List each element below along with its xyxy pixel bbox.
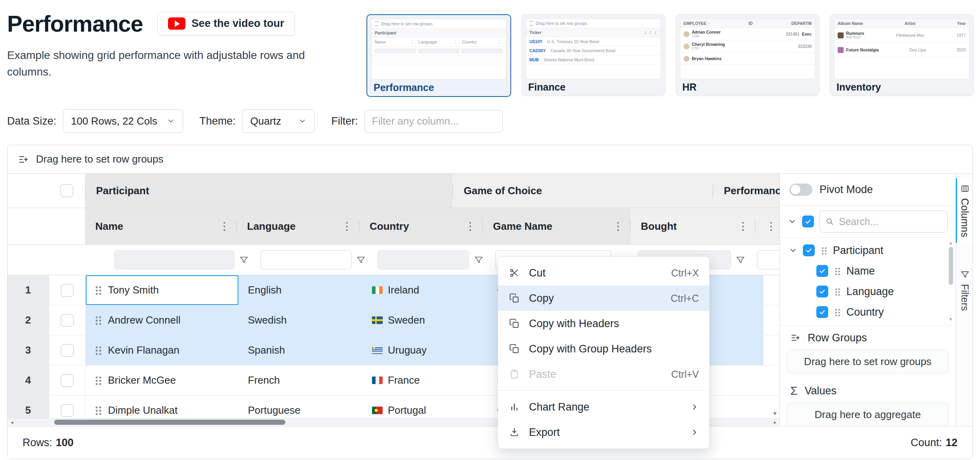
drag-handle-icon[interactable] xyxy=(834,267,840,275)
filter-input-balance[interactable] xyxy=(757,250,780,269)
funnel-icon[interactable] xyxy=(474,255,483,265)
cell-country[interactable]: France xyxy=(363,365,487,395)
header-bank-balance[interactable]: ⋮Bank Balance xyxy=(755,208,780,244)
drag-handle-icon[interactable] xyxy=(94,285,102,295)
header-bought[interactable]: Bought⋮ xyxy=(631,208,755,244)
group-header-participant[interactable]: Participant xyxy=(85,174,453,208)
row-group-dropzone[interactable]: Drag here to set row groups xyxy=(8,145,972,174)
tree-item-participant[interactable]: Participant xyxy=(780,240,955,261)
expand-all-chevron-icon[interactable] xyxy=(788,217,797,226)
checkbox-name[interactable] xyxy=(816,265,828,277)
checkbox-participant[interactable] xyxy=(803,244,815,256)
drag-handle-icon[interactable] xyxy=(94,345,102,355)
row-checkbox[interactable] xyxy=(61,344,74,357)
scroll-up-arrow[interactable]: ▲ xyxy=(949,241,953,245)
demo-card-inventory[interactable]: Album Name Artist Year RumoursSoft Rock … xyxy=(830,14,974,96)
cell-balance[interactable]: $12,7 xyxy=(763,305,780,335)
menu-item-paste[interactable]: Paste Ctrl+V xyxy=(498,362,709,387)
menu-item-export[interactable]: Export xyxy=(498,420,709,445)
mini-group-header: Participant xyxy=(375,30,396,35)
column-search-input[interactable] xyxy=(838,216,942,228)
row-checkbox[interactable] xyxy=(61,284,74,297)
scroll-right-arrow[interactable]: ▸ xyxy=(774,419,776,425)
header-game-name[interactable]: Game Name⋮ xyxy=(483,208,631,244)
cell-balance[interactable]: $2,3 xyxy=(763,275,780,305)
drag-handle-icon[interactable] xyxy=(821,246,827,254)
mini-ticker: MUB xyxy=(529,57,539,62)
filter-input[interactable] xyxy=(364,110,503,133)
funnel-icon[interactable] xyxy=(736,255,745,265)
group-header-game-of-choice[interactable]: Game of Choice xyxy=(453,174,713,208)
video-tour-button[interactable]: See the video tour xyxy=(157,12,295,36)
filter-input-name[interactable] xyxy=(114,250,234,269)
cell-language[interactable]: French xyxy=(238,365,363,395)
cell-balance[interactable]: $95,0 xyxy=(763,335,780,365)
header-country[interactable]: Country⋮ xyxy=(359,208,483,244)
checkbox-country[interactable] xyxy=(816,306,828,318)
scroll-down-arrow[interactable]: ▼ xyxy=(949,317,953,322)
menu-item-copy-with-group-headers[interactable]: Copy with Group Headers xyxy=(498,336,709,362)
data-size-select[interactable]: 100 Rows, 22 Cols xyxy=(63,109,183,133)
scroll-left-arrow[interactable]: ◂ xyxy=(11,419,13,425)
tree-item-name[interactable]: Name xyxy=(780,261,955,281)
data-size-value: 100 Rows, 22 Cols xyxy=(71,115,157,127)
horizontal-scroll-thumb[interactable] xyxy=(54,420,285,425)
cell-language[interactable]: English xyxy=(238,275,363,305)
cell-country[interactable]: Sweden xyxy=(363,305,487,335)
tree-scroll-thumb[interactable] xyxy=(949,247,953,285)
cell-balance[interactable]: $65,5 xyxy=(763,365,780,395)
checkbox-language[interactable] xyxy=(816,286,828,297)
cell-name[interactable]: Bricker McGee xyxy=(86,365,238,395)
cell-country[interactable]: Uruguay xyxy=(363,335,487,365)
values-drop-area[interactable]: Drag here to aggregate xyxy=(787,403,948,426)
cell-language[interactable]: Spanish xyxy=(238,335,363,365)
menu-item-chart-range[interactable]: Chart Range xyxy=(498,394,709,420)
drag-handle-icon[interactable] xyxy=(94,375,102,385)
column-menu-icon[interactable]: ⋮ xyxy=(613,220,623,233)
chevron-down-icon[interactable] xyxy=(789,246,797,255)
select-all-columns-checkbox[interactable] xyxy=(802,216,814,227)
funnel-icon[interactable] xyxy=(356,255,366,265)
cell-language[interactable]: Swedish xyxy=(238,305,363,335)
filter-input-country[interactable] xyxy=(378,250,469,269)
menu-item-copy[interactable]: Copy Ctrl+C xyxy=(498,286,709,311)
row-groups-drop-area[interactable]: Drag here to set row groups xyxy=(787,350,948,373)
demo-card-performance[interactable]: Drag here to set row groups Participant … xyxy=(366,14,511,97)
tab-filters[interactable]: Filters xyxy=(956,264,973,316)
select-all-checkbox[interactable] xyxy=(60,184,73,197)
tree-scrollbar[interactable]: ▲ ▼ xyxy=(948,241,954,322)
drag-handle-icon[interactable] xyxy=(834,287,840,295)
funnel-icon[interactable] xyxy=(239,255,249,265)
column-menu-icon[interactable]: ⋮ xyxy=(219,220,230,233)
pivot-mode-toggle[interactable] xyxy=(789,184,812,196)
scroll-down-arrow[interactable]: ▼ xyxy=(772,410,778,416)
tab-columns[interactable]: Columns xyxy=(956,178,973,243)
drag-handle-icon[interactable] xyxy=(834,308,840,316)
header-name[interactable]: Name⋮ xyxy=(85,208,237,244)
filter-input-language[interactable] xyxy=(261,250,351,269)
column-menu-icon[interactable]: ⋮ xyxy=(766,220,776,233)
tree-item-country[interactable]: Country xyxy=(780,302,955,322)
menu-item-cut[interactable]: Cut Ctrl+X xyxy=(498,260,709,286)
tree-item-language[interactable]: Language xyxy=(780,281,955,302)
column-menu-icon[interactable]: ⋮ xyxy=(465,220,476,233)
cell-country[interactable]: Ireland xyxy=(363,275,487,305)
row-checkbox[interactable] xyxy=(61,404,74,417)
demo-card-finance[interactable]: Drag here to set row groups Ticker⋮ ⋮ ⋮ … xyxy=(521,14,665,96)
cell-name[interactable]: Andrew Connell xyxy=(86,305,238,335)
header-language[interactable]: Language⋮ xyxy=(237,208,359,244)
row-checkbox[interactable] xyxy=(61,314,74,327)
column-menu-icon[interactable]: ⋮ xyxy=(738,220,748,233)
mini-year: 2020 xyxy=(957,47,966,52)
demo-card-hr[interactable]: EMPLOYEE ↑ ID DEPARTM Adrian ConnerCOO 3… xyxy=(676,14,819,96)
cell-name[interactable]: Tony Smith xyxy=(86,275,238,305)
cell-name[interactable]: Kevin Flanagan xyxy=(86,335,238,365)
column-search-box[interactable] xyxy=(819,210,948,233)
group-header-performance[interactable]: Performance xyxy=(713,174,780,208)
column-menu-icon[interactable]: ⋮ xyxy=(342,220,352,233)
menu-item-copy-with-headers[interactable]: Copy with Headers xyxy=(498,311,709,336)
drag-handle-icon[interactable] xyxy=(94,405,102,415)
theme-select[interactable]: Quartz xyxy=(242,109,315,133)
row-checkbox[interactable] xyxy=(61,374,74,387)
drag-handle-icon[interactable] xyxy=(94,315,102,325)
